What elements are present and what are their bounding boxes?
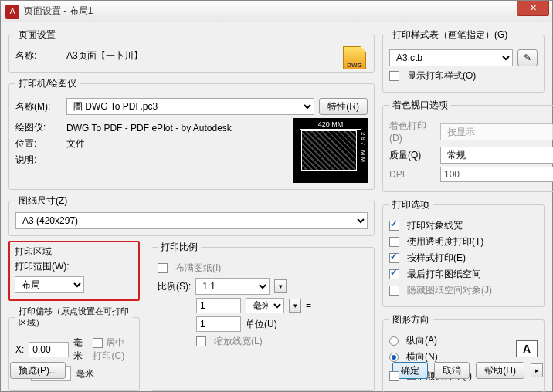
app-logo-icon: A <box>5 5 19 19</box>
fit-paper-checkbox <box>158 263 168 273</box>
opt-lineweight-checkbox[interactable] <box>389 221 399 231</box>
opt-paperspace-label: 最后打印图纸空间 <box>407 268 481 281</box>
style-edit-button[interactable]: ✎ <box>517 49 538 66</box>
style-table-legend: 打印样式表（画笔指定）(G) <box>389 29 511 42</box>
options-legend: 打印选项 <box>389 198 433 211</box>
opt-transparency-label: 使用透明度打印(T) <box>407 235 483 248</box>
close-button[interactable]: ✕ <box>517 1 549 16</box>
printer-legend: 打印机/绘图仪 <box>15 77 80 90</box>
options-group: 打印选项 打印对象线宽 使用透明度打印(T) 按样式打印(E) 最后打印图纸空间… <box>382 198 545 307</box>
opt-paperspace-checkbox[interactable] <box>389 269 399 279</box>
plot-range-label: 打印范围(W): <box>15 260 134 273</box>
opt-hide-checkbox <box>389 286 399 296</box>
dwg-icon: DWG <box>343 46 366 69</box>
where-value: 文件 <box>66 137 85 150</box>
desc-label: 说明: <box>15 154 62 167</box>
quality-label: 质量(Q) <box>389 149 436 162</box>
upside-checkbox[interactable] <box>389 371 399 381</box>
preview-width-label: 420 MM <box>300 120 361 130</box>
style-table-group: 打印样式表（画笔指定）(G) A3.ctb ✎ 显示打印样式(O) <box>382 29 545 93</box>
orientation-preview-icon: A <box>516 340 538 357</box>
window-title: 页面设置 - 布局1 <box>24 5 93 18</box>
scale-ratio-label: 比例(S): <box>158 280 191 293</box>
offset-x-unit: 毫米 <box>73 336 85 363</box>
plot-range-select[interactable]: 布局 <box>15 276 84 293</box>
page-name-label: 名称: <box>15 49 62 63</box>
scale-unit-label: 单位(U) <box>246 318 277 331</box>
dpi-label: DPI <box>389 169 436 180</box>
scale-equals: = <box>306 300 311 311</box>
shade-label: 着色打印(D) <box>389 120 436 144</box>
plotter-value: DWG To PDF - PDF ePlot - by Autodesk <box>66 123 232 133</box>
orientation-legend: 图形方向 <box>389 313 433 326</box>
show-styles-checkbox[interactable] <box>389 71 399 81</box>
page-name-value: A3页面【一卜川】 <box>66 49 143 63</box>
page-setup-group: 页面设置 名称: A3页面【一卜川】 DWG <box>8 29 375 73</box>
style-table-select[interactable]: A3.ctb <box>389 49 513 66</box>
help-button[interactable]: 帮助(H) <box>476 362 524 379</box>
unit-dropdown-icon[interactable]: ▾ <box>289 299 301 313</box>
offset-x-input[interactable] <box>29 342 69 357</box>
scale-lineweight-label: 缩放线宽(L) <box>214 335 263 348</box>
scale-ratio-select[interactable]: 1:1 <box>195 278 270 295</box>
plot-area-highlight: 打印区域 打印范围(W): 布局 <box>8 241 140 301</box>
opt-hide-label: 隐藏图纸空间对象(J) <box>407 284 492 297</box>
where-label: 位置: <box>15 137 62 150</box>
portrait-label: 纵向(A) <box>406 334 437 347</box>
scale-dropdown-icon[interactable]: ▾ <box>274 279 287 293</box>
viewport-group: 着色视口选项 着色打印(D)按显示 质量(Q)常规 DPI <box>382 99 553 192</box>
viewport-legend: 着色视口选项 <box>389 99 451 112</box>
offset-x-label: X: <box>15 344 24 355</box>
page-setup-legend: 页面设置 <box>15 29 59 42</box>
printer-name-label: 名称(M): <box>15 100 62 113</box>
scale-num2-input[interactable] <box>196 316 241 332</box>
opt-transparency-checkbox[interactable] <box>389 237 399 247</box>
dpi-input <box>440 167 553 182</box>
center-checkbox <box>93 338 103 348</box>
preview-height-label: 297 MM <box>361 132 367 164</box>
portrait-radio[interactable] <box>389 336 399 346</box>
fit-paper-label: 布满图纸(I) <box>175 262 221 275</box>
scale-unit-select[interactable]: 毫米 <box>246 298 284 313</box>
expand-icon[interactable]: ▸ <box>531 363 543 377</box>
show-styles-label: 显示打印样式(O) <box>407 69 476 83</box>
scale-legend: 打印比例 <box>158 241 201 254</box>
printer-group: 打印机/绘图仪 名称(M): 圕 DWG To PDF.pc3 特性(R) 绘图… <box>8 77 375 190</box>
scale-num1-input[interactable] <box>196 298 241 313</box>
quality-select[interactable]: 常规 <box>440 147 553 164</box>
printer-name-select[interactable]: 圕 DWG To PDF.pc3 <box>66 98 314 115</box>
plot-area-legend: 打印区域 <box>15 245 134 259</box>
landscape-radio[interactable] <box>389 353 399 362</box>
plotter-label: 绘图仪: <box>15 121 62 134</box>
offset-legend: 打印偏移（原点设置在可打印区域） <box>15 306 133 329</box>
paper-size-select[interactable]: A3 (420x297) <box>15 212 368 229</box>
opt-lineweight-label: 打印对象线宽 <box>407 219 463 232</box>
cancel-button[interactable]: 取消 <box>434 362 470 379</box>
preview-button[interactable]: 预览(P)... <box>10 362 66 379</box>
orientation-group: 图形方向 纵向(A) 横向(N) A 上下颠倒打印(-) <box>382 313 545 392</box>
printer-properties-button[interactable]: 特性(R) <box>319 98 368 115</box>
opt-bystyle-label: 按样式打印(E) <box>407 252 466 265</box>
offset-y-unit: 毫米 <box>76 367 94 380</box>
shade-select: 按显示 <box>440 123 553 140</box>
titlebar: A 页面设置 - 布局1 ✕ <box>1 1 552 22</box>
scale-group: 打印比例 布满图纸(I) 比例(S): 1:1 ▾ 毫米 ▾ = <box>151 241 375 391</box>
opt-bystyle-checkbox[interactable] <box>389 253 399 263</box>
paper-size-group: 图纸尺寸(Z) A3 (420x297) <box>8 194 375 236</box>
paper-preview: 420 MM 297 MM <box>293 118 368 183</box>
scale-lineweight-checkbox <box>196 336 206 346</box>
paper-size-legend: 图纸尺寸(Z) <box>15 194 70 208</box>
